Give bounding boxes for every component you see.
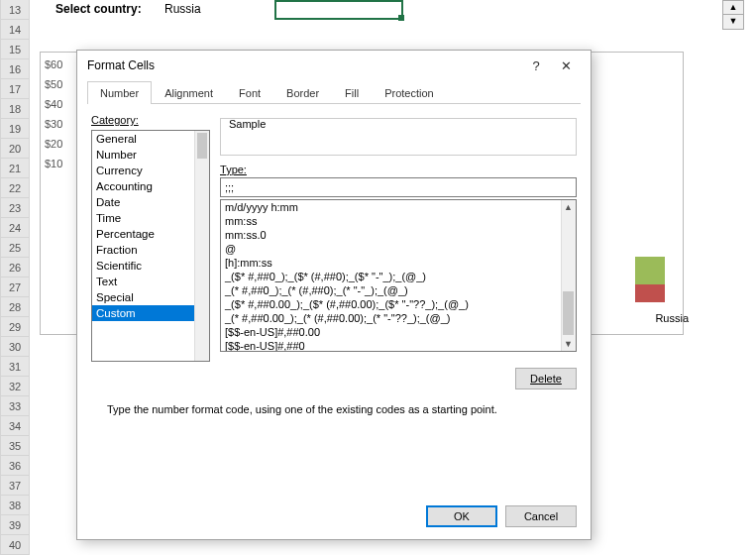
bar-segment-bottom <box>635 284 665 302</box>
type-section: Type: m/d/yyyy h:mmmm:ssmm:ss.0@[h]:mm:s… <box>220 164 577 352</box>
sample-box: Sample <box>220 118 577 156</box>
y-tick: $50 <box>45 78 62 90</box>
delete-button[interactable]: Delete <box>515 368 577 389</box>
row-header[interactable]: 19 <box>0 119 30 139</box>
type-item[interactable]: [$$-en-US]#,##0 <box>221 339 576 352</box>
row-header[interactable]: 35 <box>0 436 30 456</box>
type-item[interactable]: _($* #,##0_);_($* (#,##0);_($* "-"_);_(@… <box>221 270 576 283</box>
category-item[interactable]: Special <box>92 289 209 305</box>
row-header[interactable]: 34 <box>0 416 30 436</box>
row-header[interactable]: 17 <box>0 79 30 99</box>
type-item[interactable]: [h]:mm:ss <box>221 256 576 270</box>
select-country-value: Russia <box>164 2 201 16</box>
tab-fill[interactable]: Fill <box>332 81 372 104</box>
category-item[interactable]: Number <box>92 147 209 163</box>
row-header[interactable]: 30 <box>0 337 30 357</box>
row-header[interactable]: 38 <box>0 496 30 515</box>
help-button[interactable]: ? <box>521 58 551 73</box>
category-item[interactable]: Custom <box>92 305 209 321</box>
active-cell[interactable] <box>274 0 403 20</box>
row-header[interactable]: 14 <box>0 20 30 40</box>
category-item[interactable]: Scientific <box>92 258 209 274</box>
row-header[interactable]: 26 <box>0 258 30 278</box>
category-item[interactable]: Time <box>92 210 209 226</box>
category-item[interactable]: Currency <box>92 163 209 178</box>
type-item[interactable]: _(* #,##0_);_(* (#,##0);_(* "-"_);_(@_) <box>221 283 576 297</box>
tab-font[interactable]: Font <box>226 81 273 104</box>
select-country-label: Select country: <box>55 2 142 16</box>
category-item[interactable]: Accounting <box>92 178 209 194</box>
tab-border[interactable]: Border <box>273 81 332 104</box>
row-header[interactable]: 21 <box>0 159 30 178</box>
category-items: GeneralNumberCurrencyAccountingDateTimeP… <box>92 131 209 321</box>
row-header[interactable]: 18 <box>0 99 30 119</box>
type-items: m/d/yyyy h:mmmm:ssmm:ss.0@[h]:mm:ss_($* … <box>221 200 576 352</box>
type-item[interactable]: m/d/yyyy h:mm <box>221 200 576 214</box>
row-header[interactable]: 32 <box>0 377 30 396</box>
y-tick: $10 <box>45 158 62 169</box>
category-item[interactable]: Percentage <box>92 226 209 242</box>
scrollbar[interactable] <box>194 131 209 361</box>
tab-protection[interactable]: Protection <box>372 81 447 104</box>
scroll-up-icon[interactable]: ▲ <box>561 200 576 214</box>
row-header[interactable]: 27 <box>0 278 30 297</box>
format-cells-dialog: Format Cells ? ✕ NumberAlignmentFontBord… <box>76 50 592 540</box>
sample-label: Sample <box>229 118 266 130</box>
row-headers: 1314151617181920212223242526272829303132… <box>0 0 30 555</box>
dialog-footer: OK Cancel <box>426 505 577 527</box>
row-header[interactable]: 15 <box>0 40 30 59</box>
dialog-titlebar[interactable]: Format Cells ? ✕ <box>77 51 591 80</box>
row-header[interactable]: 37 <box>0 476 30 496</box>
type-item[interactable]: [$$-en-US]#,##0.00 <box>221 325 576 339</box>
row-header[interactable]: 39 <box>0 515 30 535</box>
y-tick: $40 <box>45 98 62 110</box>
type-input[interactable] <box>220 177 577 197</box>
type-item[interactable]: mm:ss.0 <box>221 228 576 242</box>
row-header[interactable]: 29 <box>0 317 30 337</box>
tab-number[interactable]: Number <box>87 81 152 104</box>
row-header[interactable]: 28 <box>0 297 30 317</box>
scrollbar[interactable]: ▲ ▼ <box>561 200 576 351</box>
type-item[interactable]: mm:ss <box>221 214 576 228</box>
row-header[interactable]: 13 <box>0 0 30 20</box>
row-header[interactable]: 23 <box>0 198 30 218</box>
close-button[interactable]: ✕ <box>551 58 581 73</box>
type-listbox[interactable]: m/d/yyyy h:mmmm:ssmm:ss.0@[h]:mm:ss_($* … <box>220 199 577 352</box>
bar-category-label: Russia <box>655 312 689 324</box>
row-header[interactable]: 20 <box>0 139 30 159</box>
spinner-down-button[interactable]: ▼ <box>723 15 743 29</box>
row-header[interactable]: 33 <box>0 396 30 416</box>
category-item[interactable]: Date <box>92 194 209 210</box>
dialog-body: Category: GeneralNumberCurrencyAccountin… <box>77 104 591 496</box>
type-item[interactable]: _($* #,##0.00_);_($* (#,##0.00);_($* "-"… <box>221 297 576 311</box>
type-item[interactable]: @ <box>221 242 576 256</box>
bar-russia <box>635 257 665 302</box>
spinner-up-button[interactable]: ▲ <box>723 1 743 15</box>
row-header[interactable]: 16 <box>0 59 30 79</box>
category-listbox[interactable]: GeneralNumberCurrencyAccountingDateTimeP… <box>91 130 210 362</box>
row-header[interactable]: 22 <box>0 178 30 198</box>
dialog-title: Format Cells <box>87 58 521 72</box>
dialog-tabs: NumberAlignmentFontBorderFillProtection <box>87 80 581 104</box>
ok-button[interactable]: OK <box>426 505 497 527</box>
scroll-down-icon[interactable]: ▼ <box>561 337 576 351</box>
spinner-control[interactable]: ▲ ▼ <box>722 0 744 30</box>
tab-alignment[interactable]: Alignment <box>152 81 226 104</box>
cancel-button[interactable]: Cancel <box>505 505 577 527</box>
y-tick: $60 <box>45 58 62 70</box>
row-header[interactable]: 36 <box>0 456 30 476</box>
row-header[interactable]: 40 <box>0 535 30 555</box>
category-item[interactable]: General <box>92 131 209 147</box>
row-header[interactable]: 31 <box>0 357 30 377</box>
hint-text: Type the number format code, using one o… <box>107 403 497 415</box>
row-header[interactable]: 25 <box>0 238 30 258</box>
row-header[interactable]: 24 <box>0 218 30 238</box>
type-label: Type: <box>220 164 577 175</box>
y-tick: $20 <box>45 138 62 150</box>
y-tick: $30 <box>45 118 62 130</box>
category-item[interactable]: Text <box>92 274 209 289</box>
scroll-thumb[interactable] <box>563 291 574 335</box>
bar-segment-top <box>635 257 665 284</box>
type-item[interactable]: _(* #,##0.00_);_(* (#,##0.00);_(* "-"??_… <box>221 311 576 325</box>
category-item[interactable]: Fraction <box>92 242 209 258</box>
